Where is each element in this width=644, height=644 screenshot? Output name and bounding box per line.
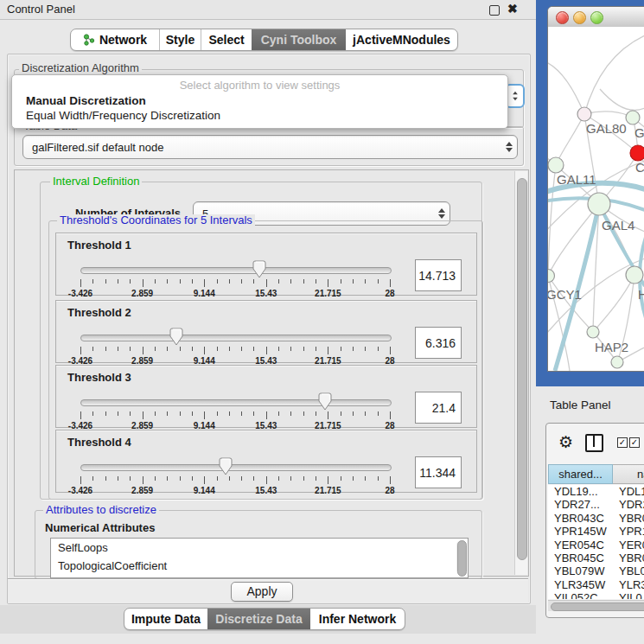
- checkbox-icon-1[interactable]: ✓: [617, 437, 628, 448]
- tab-style[interactable]: Style: [159, 29, 201, 50]
- columns-icon[interactable]: [585, 434, 603, 452]
- table-row[interactable]: YPR145WYPR1: [548, 525, 644, 538]
- slider-tick: [80, 476, 81, 484]
- slider-tick: [118, 411, 118, 416]
- table-panel: ⚙ ✓ ✓ shared... name YDL19...YDL1YDR27..…: [545, 423, 644, 618]
- network-edge[interactable]: [556, 114, 584, 165]
- threshold-value-field[interactable]: 11.344: [415, 456, 462, 488]
- network-node-GAL11[interactable]: [548, 157, 564, 173]
- threshold-slider-thumb[interactable]: [219, 457, 233, 479]
- threshold-value-field[interactable]: 6.316: [415, 327, 462, 359]
- close-icon[interactable]: ✖: [507, 2, 518, 16]
- tab-impute-data[interactable]: Impute Data: [124, 609, 207, 629]
- tab-select[interactable]: Select: [201, 29, 252, 50]
- slider-tick: [105, 279, 106, 284]
- network-canvas[interactable]: GAL80GACGAL11GAL4GCY1HHAP2: [548, 27, 644, 371]
- slider-tick: [192, 279, 193, 284]
- attributes-list[interactable]: SelfLoopsTopologicalCoefficientBetweenne…: [50, 538, 469, 578]
- slider-tick: [253, 476, 254, 481]
- slider-tick-label: 15.43: [255, 289, 277, 298]
- table-data-combo-value: galFiltered.sif default node: [23, 141, 501, 154]
- threshold-slider-track[interactable]: [80, 335, 392, 341]
- dropdown-option-equal-width[interactable]: Equal Width/Frequency Discretization: [15, 109, 505, 123]
- slider-tick: [204, 411, 205, 419]
- table-row[interactable]: YBR043CYBR0: [548, 512, 644, 525]
- minimize-traffic-light-icon[interactable]: [573, 11, 586, 24]
- gear-icon[interactable]: ⚙: [558, 432, 573, 452]
- settings-scrollbar-thumb[interactable]: [517, 178, 527, 560]
- slider-tick: [316, 347, 316, 351]
- threshold-slider-track[interactable]: [80, 399, 392, 406]
- table-row[interactable]: YDR27...YDR2: [548, 498, 644, 511]
- cell-shared-name: YBR043C: [548, 512, 615, 525]
- thresholds-group-title: Threshold's Coordinates for 5 Intervals: [57, 214, 255, 226]
- table-row[interactable]: YLR345WYLR3: [548, 578, 644, 591]
- algorithm-dropdown-popup: Select algorithm to view settings Manual…: [11, 74, 508, 129]
- slider-tick: [303, 411, 304, 416]
- network-edge[interactable]: [600, 89, 644, 110]
- table-body[interactable]: YDL19...YDL1YDR27...YDR2YBR043CYBR0YPR14…: [548, 485, 644, 599]
- slider-tick-label: 15.43: [255, 486, 277, 495]
- network-edge[interactable]: [548, 61, 584, 114]
- network-node-H[interactable]: [626, 266, 643, 284]
- threshold-slider-track[interactable]: [80, 464, 392, 471]
- cell-name: YBR0: [615, 552, 644, 564]
- network-node-label: HAP2: [595, 340, 628, 354]
- table-row[interactable]: YBL079WYBL0: [548, 564, 644, 577]
- tab-cyni-toolbox[interactable]: Cyni Toolbox: [252, 29, 346, 50]
- spinner-up-icon: [513, 92, 518, 95]
- network-edge[interactable]: [548, 165, 556, 276]
- cell-shared-name: YBL079W: [548, 564, 615, 577]
- column-header-name[interactable]: name: [613, 464, 644, 484]
- threshold-slider-thumb[interactable]: [169, 328, 183, 349]
- tab-infer-network[interactable]: Infer Network: [310, 609, 405, 629]
- cell-name: YPR1: [615, 525, 644, 538]
- tab-jactivemnodules[interactable]: jActiveMNodules: [346, 29, 457, 50]
- tab-network[interactable]: Network: [71, 29, 159, 50]
- column-header-shared-name[interactable]: shared...: [548, 464, 613, 484]
- network-node-GAL80[interactable]: [577, 107, 591, 121]
- network-node-unlabeled[interactable]: [611, 356, 623, 368]
- network-node-GA[interactable]: [626, 111, 640, 124]
- attribute-list-item[interactable]: SelfLoops: [51, 539, 468, 557]
- table-row[interactable]: YER054CYER0: [548, 539, 644, 552]
- slider-tick: [278, 347, 279, 351]
- slider-tick: [378, 411, 379, 416]
- control-panel-titlebar: Control Panel ✖: [0, 0, 536, 20]
- tab-discretize-data[interactable]: Discretize Data: [207, 609, 310, 629]
- network-node-HAP2[interactable]: [587, 326, 599, 338]
- checkbox-icon-2[interactable]: ✓: [629, 437, 640, 448]
- threshold-value-field[interactable]: 14.713: [415, 259, 462, 291]
- slider-tick-label: 2.859: [131, 289, 153, 298]
- slider-tick: [303, 347, 304, 351]
- zoom-traffic-light-icon[interactable]: [590, 11, 603, 24]
- numerical-attributes-label: Numerical Attributes: [45, 521, 155, 534]
- threshold-label: Threshold 4: [67, 436, 131, 449]
- table-horizontal-scrollbar-thumb[interactable]: [551, 603, 644, 611]
- table-data-combo[interactable]: galFiltered.sif default node: [22, 135, 518, 159]
- threshold-slider-track[interactable]: [80, 267, 392, 274]
- apply-button[interactable]: Apply: [231, 582, 293, 602]
- network-node-label: GAL11: [557, 172, 596, 187]
- table-header-row: shared... name: [548, 464, 644, 484]
- settings-scrollbar[interactable]: [514, 171, 527, 575]
- panel-title: Control Panel: [7, 3, 75, 16]
- tab-infer-network-label: Infer Network: [319, 612, 396, 626]
- threshold-slider-thumb[interactable]: [252, 260, 266, 282]
- network-node-GAL4[interactable]: [588, 193, 610, 215]
- threshold-value-field[interactable]: 21.4: [415, 392, 462, 424]
- float-window-icon[interactable]: [489, 5, 500, 16]
- table-row[interactable]: YBR045CYBR0: [548, 552, 644, 564]
- attributes-list-scrollbar[interactable]: [456, 540, 466, 575]
- table-horizontal-scrollbar[interactable]: [548, 600, 644, 611]
- attribute-list-item[interactable]: TopologicalCoefficient: [51, 557, 468, 575]
- close-traffic-light-icon[interactable]: [556, 11, 569, 24]
- network-node-GCY1[interactable]: [548, 270, 555, 283]
- threshold-slider-thumb[interactable]: [318, 392, 332, 414]
- table-row[interactable]: YDL19...YDL1: [548, 485, 644, 498]
- table-row[interactable]: YIL052CYIL0: [548, 591, 644, 599]
- dropdown-option-manual[interactable]: Manual Discretization: [15, 94, 505, 108]
- slider-tick: [266, 347, 267, 354]
- network-node-C[interactable]: [630, 145, 644, 161]
- slider-tick: [390, 411, 391, 419]
